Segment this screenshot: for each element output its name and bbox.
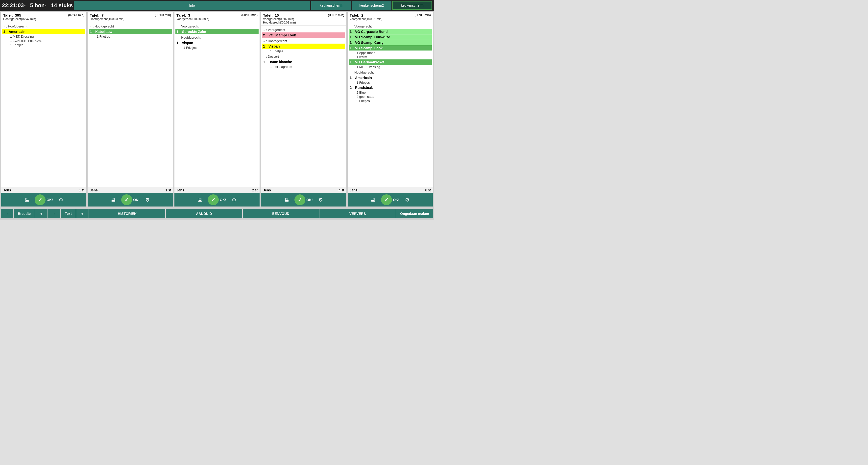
aanduid-button[interactable]: AANDUID bbox=[166, 209, 242, 219]
ok-label: OK! bbox=[133, 198, 140, 202]
gear-button[interactable]: ⚙ bbox=[402, 194, 413, 206]
item-qty: 1 bbox=[350, 29, 355, 34]
category-header: ⌄ : Hoofdgerecht bbox=[176, 35, 258, 40]
ticket-body-0: ⌄ : Hoofdgerecht1Americain1 MET: Dressin… bbox=[1, 22, 86, 187]
item-row[interactable]: 1Americain bbox=[349, 75, 432, 80]
ticket-count: 1 st bbox=[79, 188, 84, 192]
ok-checkmark: ✓ bbox=[384, 197, 389, 203]
ok-button[interactable]: ✓ OK! bbox=[379, 194, 401, 205]
print-button[interactable]: 🖶 bbox=[281, 194, 292, 206]
breedte-plus-button[interactable]: + bbox=[35, 209, 48, 219]
text-plus-button[interactable]: + bbox=[76, 209, 89, 219]
arrow-icon: ⌄ bbox=[177, 25, 178, 28]
ok-circle: ✓ bbox=[208, 194, 219, 205]
ticket-course-label: Hoofdgerecht(+00:03 min) bbox=[90, 17, 171, 21]
arrow-icon: ⌄ bbox=[90, 25, 92, 28]
item-name: VG Scampi Look bbox=[355, 46, 382, 50]
ticket-title-3: Tafel: 10(00:02 min) bbox=[263, 13, 344, 17]
ticket-course-label: Voorgerecht(00:02 min) bbox=[263, 17, 344, 21]
print-button[interactable]: 🖶 bbox=[368, 194, 379, 206]
historiek-button[interactable]: HISTORIEK bbox=[89, 209, 165, 219]
ticket-col-0: Tafel: 305(07:47 min)Hoofdgerecht(07:47 … bbox=[1, 12, 87, 207]
item-name: VG Garnaalkroket bbox=[355, 60, 384, 64]
item-row[interactable]: 1VG Scampi Huiswijze bbox=[349, 34, 432, 39]
category-header: ⌄ : Hoofdgerecht bbox=[349, 70, 432, 75]
item-qty: 1 bbox=[263, 60, 269, 64]
sub-item: 2 Blue bbox=[349, 90, 432, 94]
ticket-action-3: 🖶 ✓ OK! ⚙ bbox=[261, 193, 346, 206]
item-name: Vispan bbox=[269, 44, 280, 48]
item-row[interactable]: 1Americain bbox=[2, 29, 85, 34]
item-row[interactable]: 1Vispan bbox=[262, 43, 345, 49]
item-row[interactable]: 1VG Scampi Curry bbox=[349, 40, 432, 45]
sub-item: 1 Frietjes bbox=[2, 43, 85, 47]
ok-button[interactable]: ✓ OK! bbox=[33, 194, 55, 205]
sub-item: 1 Frietjes bbox=[262, 49, 345, 53]
print-button[interactable]: 🖶 bbox=[194, 194, 205, 206]
ok-checkmark: ✓ bbox=[298, 197, 302, 203]
eenvoud-button[interactable]: EENVOUD bbox=[243, 209, 319, 219]
bottom-bar: - Breedte + - Text + HISTORIEK AANDUID E… bbox=[0, 208, 434, 220]
arrow-icon: ⌄ bbox=[263, 28, 265, 31]
item-row[interactable]: 2VG Scampi Look bbox=[262, 32, 345, 38]
text-label-button[interactable]: Text bbox=[61, 209, 76, 219]
ticket-title-1: Tafel: 7(00:03 min) bbox=[90, 13, 171, 17]
item-qty: 1 bbox=[177, 40, 182, 45]
sub-item: 1 ZONDER: Foie Gras bbox=[2, 39, 85, 43]
keukenscherm3-button[interactable]: keukenscherm bbox=[393, 1, 432, 10]
waiter-name: Jens bbox=[263, 188, 271, 192]
info-button[interactable]: Info bbox=[74, 1, 310, 10]
text-minus-button[interactable]: - bbox=[48, 209, 60, 219]
ticket-col-2: Tafel: 3(00:03 min)Voorgerecht(+00:03 mi… bbox=[174, 12, 260, 207]
ok-label: OK! bbox=[393, 198, 399, 202]
category-header: ⌄ : Hoofdgerecht bbox=[89, 24, 172, 29]
item-name: Rundsteak bbox=[355, 86, 373, 90]
ongedaan-button[interactable]: Ongedaan maken bbox=[396, 209, 433, 219]
category-header: ⌄ : Hoofdgerecht bbox=[262, 39, 345, 43]
item-qty: 2 bbox=[350, 85, 355, 90]
ok-button[interactable]: ✓ OK! bbox=[119, 194, 142, 205]
ticket-header-2: Tafel: 3(00:03 min)Voorgerecht(+00:03 mi… bbox=[175, 12, 259, 22]
print-button[interactable]: 🖶 bbox=[108, 194, 119, 206]
ververs-button[interactable]: VERVERS bbox=[319, 209, 396, 219]
keukenscherm2-button[interactable]: keukenscherm2 bbox=[352, 1, 392, 10]
item-qty: 1 bbox=[263, 44, 269, 48]
gear-button[interactable]: ⚙ bbox=[55, 194, 66, 206]
item-row[interactable]: 1Dame blanche bbox=[262, 59, 345, 64]
item-row[interactable]: 1Vispan bbox=[176, 40, 258, 45]
sub-item: 1 Appelmoes bbox=[349, 51, 432, 55]
item-row[interactable]: 1Gerookte Zalm bbox=[176, 29, 258, 34]
ticket-title-4: Tafel: 2(00:01 min) bbox=[350, 13, 431, 17]
item-qty: 1 bbox=[3, 29, 9, 34]
ok-button[interactable]: ✓ OK! bbox=[206, 194, 228, 205]
gear-button[interactable]: ⚙ bbox=[229, 194, 240, 206]
ticket-footer-1: Jens1 st bbox=[88, 187, 173, 193]
waiter-name: Jens bbox=[177, 188, 184, 192]
ticket-body-2: ⌄ : Voorgerecht1Gerookte Zalm⌄ : Hoofdge… bbox=[175, 22, 259, 187]
category-header: ⌄ : Voorgerecht bbox=[262, 28, 345, 32]
keukenscherm-button[interactable]: keukenscherm bbox=[311, 1, 351, 10]
gear-button[interactable]: ⚙ bbox=[142, 194, 153, 206]
ok-circle: ✓ bbox=[35, 194, 45, 205]
item-row[interactable]: 1VG Garnaalkroket bbox=[349, 59, 432, 65]
ticket-body-4: ⌄ : Voorgerecht1VG Carpaccio Rund1VG Sca… bbox=[348, 22, 433, 187]
item-row[interactable]: 1Kabeljauw bbox=[89, 29, 172, 34]
arrow-icon: ⌄ bbox=[263, 39, 265, 42]
item-name: VG Carpaccio Rund bbox=[355, 30, 388, 34]
item-row[interactable]: 1VG Carpaccio Rund bbox=[349, 29, 432, 34]
ok-button[interactable]: ✓ OK! bbox=[292, 194, 315, 205]
bon-display: 5 bon- bbox=[30, 2, 46, 8]
print-button[interactable]: 🖶 bbox=[21, 194, 32, 206]
ticket-course-label: Voorgerecht(+00:03 min) bbox=[177, 17, 257, 21]
gear-button[interactable]: ⚙ bbox=[315, 194, 326, 206]
time-display: 22:21:03- bbox=[2, 2, 26, 8]
ticket-course-label: Voorgerecht(+00:01 min) bbox=[350, 17, 431, 21]
item-row[interactable]: 1VG Scampi Look bbox=[349, 45, 432, 51]
breedte-label-button[interactable]: Breedte bbox=[14, 209, 35, 219]
breedte-minus-button[interactable]: - bbox=[1, 209, 13, 219]
item-row[interactable]: 2Rundsteak bbox=[349, 85, 432, 90]
ticket-col-1: Tafel: 7(00:03 min)Hoofdgerecht(+00:03 m… bbox=[88, 12, 173, 207]
waiter-name: Jens bbox=[3, 188, 11, 192]
item-qty: 2 bbox=[263, 33, 269, 37]
ticket-action-2: 🖶 ✓ OK! ⚙ bbox=[175, 193, 259, 206]
